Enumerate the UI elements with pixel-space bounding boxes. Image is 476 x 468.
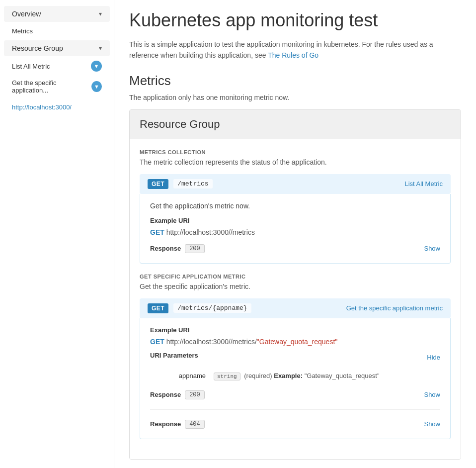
example-get-text-2: GET bbox=[150, 338, 164, 346]
example-uri-path-2: /metrics/ bbox=[231, 338, 257, 346]
sidebar: Overview ▾ Metrics Resource Group ▾ List… bbox=[0, 0, 114, 468]
get-specific-endpoint-row[interactable]: GET /metrics/{appname} Get the specific … bbox=[140, 298, 451, 318]
get-badge-specific: GET bbox=[148, 303, 168, 313]
example-uri-2: GET http://localhost:3000//metrics/"Gate… bbox=[150, 338, 440, 346]
sidebar-section-overview: Overview ▾ bbox=[0, 6, 114, 22]
response-left-1: Response 200 bbox=[150, 244, 205, 253]
example-get-text-1: GET bbox=[150, 228, 164, 236]
sidebar-item-get-specific[interactable]: Get the specific application... ▼ bbox=[4, 76, 110, 97]
chevron-down-icon: ▾ bbox=[99, 10, 102, 17]
endpoint-path-specific: /metrics/{appname} bbox=[173, 303, 251, 313]
rules-of-go-link[interactable]: The Rules of Go bbox=[268, 51, 318, 59]
example-uri-path-1: /metrics bbox=[231, 228, 255, 236]
sidebar-localhost-link[interactable]: http://localhost:3000/ bbox=[4, 99, 110, 115]
status-badge-404: 404 bbox=[185, 420, 205, 429]
example-uri-highlight-2: "Gateway_quota_request" bbox=[257, 338, 338, 346]
resource-group-card: Resource Group METRICS COLLECTION The me… bbox=[129, 109, 461, 460]
list-all-metric-endpoint-row[interactable]: GET /metrics List All Metric bbox=[140, 174, 451, 194]
metrics-collection-title: METRICS COLLECTION bbox=[140, 149, 451, 155]
get-specific-description: Get the specific application's metric. bbox=[140, 282, 451, 290]
response-left-200-2: Response 200 bbox=[150, 390, 205, 399]
show-link-404[interactable]: Show bbox=[424, 420, 440, 428]
section-title: Metrics bbox=[129, 73, 461, 89]
example-uri-plain-1: http://localhost:3000/ bbox=[166, 228, 231, 236]
get-badge-metrics: GET bbox=[148, 179, 168, 189]
params-table: appname string (required) Example: "Gate… bbox=[150, 369, 440, 382]
param-example-label: Example: bbox=[274, 372, 303, 379]
param-name: appname bbox=[150, 369, 210, 382]
response-label-200-2: Response bbox=[150, 391, 181, 398]
endpoint-left-specific: GET /metrics/{appname} bbox=[148, 303, 251, 313]
example-uri-title-1: Example URI bbox=[150, 217, 440, 224]
response-row-404: Response 404 Show bbox=[150, 418, 440, 431]
response-label-404: Response bbox=[150, 420, 181, 428]
sidebar-item-list-all-metric[interactable]: List All Metric ▼ bbox=[4, 57, 110, 75]
param-row: appname string (required) Example: "Gate… bbox=[150, 369, 440, 382]
param-details: string (required) Example: "Gateway_quot… bbox=[210, 369, 440, 382]
hide-link[interactable]: Hide bbox=[427, 354, 440, 361]
sidebar-metrics-label: Metrics bbox=[12, 27, 33, 35]
show-link-1[interactable]: Show bbox=[424, 245, 440, 252]
list-all-metric-detail: Get the application's metric now. Exampl… bbox=[140, 194, 451, 264]
sidebar-overview-header[interactable]: Overview ▾ bbox=[4, 6, 110, 22]
endpoint-left: GET /metrics bbox=[148, 179, 213, 189]
endpoint-path-metrics: /metrics bbox=[173, 179, 212, 188]
list-all-metric-description: Get the application's metric now. bbox=[150, 202, 440, 210]
sidebar-overview-label: Overview bbox=[12, 10, 41, 18]
sidebar-resource-group-header[interactable]: Resource Group ▾ bbox=[4, 40, 110, 56]
response-row-200-2: Response 200 Show bbox=[150, 388, 440, 401]
response-divider bbox=[150, 409, 440, 410]
status-badge-200-1: 200 bbox=[185, 244, 205, 253]
sidebar-get-specific-label: Get the specific application... bbox=[12, 79, 91, 94]
sidebar-resource-group-label: Resource Group bbox=[12, 44, 63, 52]
get-specific-endpoint-label[interactable]: Get the specific application metric bbox=[346, 304, 443, 312]
param-type-badge: string bbox=[214, 373, 240, 380]
list-all-metric-label[interactable]: List All Metric bbox=[404, 180, 443, 187]
example-uri-1: GET http://localhost:3000//metrics bbox=[150, 228, 440, 236]
param-example-value: "Gateway_quota_request" bbox=[305, 372, 380, 379]
sidebar-badge-get-specific: ▼ bbox=[91, 81, 102, 92]
resource-group-title: Resource Group bbox=[130, 110, 461, 139]
metrics-collection-description: The metric collection represents the sta… bbox=[140, 158, 451, 166]
example-uri-plain-2: http://localhost:3000/ bbox=[166, 338, 231, 346]
uri-params-title: URI Parameters bbox=[150, 352, 198, 359]
section-subtitle: The application only has one monitoring … bbox=[129, 94, 461, 101]
page-description: This is a simple application to test the… bbox=[129, 39, 461, 61]
get-specific-section: GET SPECIFIC APPLICATION METRIC Get the … bbox=[140, 274, 451, 439]
sidebar-item-metrics[interactable]: Metrics bbox=[4, 24, 110, 38]
chevron-down-icon: ▾ bbox=[99, 45, 102, 52]
resource-group-body: METRICS COLLECTION The metric collection… bbox=[130, 139, 461, 459]
sidebar-badge-icon: ▼ bbox=[94, 63, 99, 69]
sidebar-badge-get-specific-icon: ▼ bbox=[94, 84, 99, 90]
response-label-1: Response bbox=[150, 245, 181, 252]
show-link-200-2[interactable]: Show bbox=[424, 391, 440, 398]
sidebar-badge-list-all: ▼ bbox=[91, 61, 102, 72]
param-required: (required) bbox=[244, 372, 272, 379]
page-title: Kubernetes app monitoring test bbox=[129, 10, 461, 31]
get-specific-title: GET SPECIFIC APPLICATION METRIC bbox=[140, 274, 451, 280]
sidebar-list-all-metric-label: List All Metric bbox=[12, 63, 50, 70]
sidebar-section-metrics: Metrics bbox=[0, 24, 114, 38]
response-left-404: Response 404 bbox=[150, 420, 205, 429]
status-badge-200-2: 200 bbox=[185, 390, 205, 399]
get-specific-detail: Example URI GET http://localhost:3000//m… bbox=[140, 318, 451, 439]
main-content: Kubernetes app monitoring test This is a… bbox=[114, 0, 476, 468]
response-row-200-1: Response 200 Show bbox=[150, 242, 440, 255]
example-uri-title-2: Example URI bbox=[150, 326, 440, 334]
sidebar-section-resource-group: Resource Group ▾ List All Metric ▼ Get t… bbox=[0, 40, 114, 97]
uri-params-header: URI Parameters Hide bbox=[150, 352, 440, 363]
